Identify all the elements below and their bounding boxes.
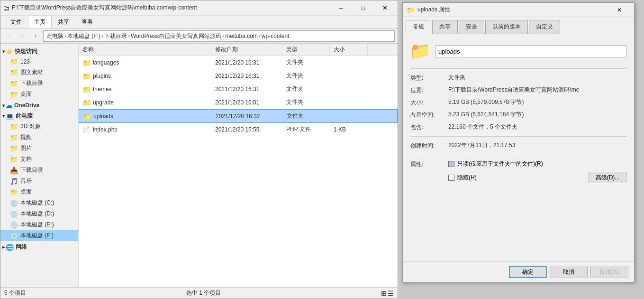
folder-name-input[interactable] — [435, 45, 626, 57]
sidebar-onedrive[interactable]: ▾ ☁ OneDrive — [0, 100, 78, 110]
file-date: 2021/12/20 15:55 — [211, 125, 282, 134]
tab-view[interactable]: 查看 — [75, 16, 99, 28]
sidebar-item-label: 下载目录 — [20, 166, 43, 174]
sidebar-item-desktop2[interactable]: 📁 桌面 — [0, 187, 78, 197]
file-date: 2021/12/20 16:32 — [212, 112, 283, 121]
folder-icon: 📁 — [10, 69, 18, 76]
folder-icon: 📁 — [10, 134, 18, 141]
file-name-cell: 📁 languages — [79, 58, 211, 67]
sidebar-item-video[interactable]: 📁 视频 — [0, 132, 78, 143]
tab-share[interactable]: 共享 — [432, 20, 458, 34]
drive-icon: 💿 — [10, 232, 18, 240]
table-row[interactable]: 📁 languages 2021/12/20 16:31 文件夹 — [79, 56, 398, 69]
folder-icon: 📁 — [10, 188, 18, 196]
sidebar-item-3d[interactable]: 📁 3D 对象 — [0, 121, 78, 132]
sidebar-network[interactable]: ▸ 🌐 网络 — [0, 241, 78, 252]
folder-icon: 📁 — [82, 99, 90, 106]
up-button[interactable]: ↑ — [30, 30, 41, 42]
table-row[interactable]: 📁 uploads 2021/12/20 16:32 文件夹 — [79, 109, 398, 123]
hidden-checkbox[interactable] — [448, 175, 454, 181]
address-path[interactable]: 此电脑 › 本地磁盘 (F:) › 下载目录 › WordPress自适应美女写… — [43, 30, 395, 42]
tab-security[interactable]: 安全 — [459, 20, 484, 34]
sidebar-item-label: 下载目录 — [20, 79, 43, 87]
network-label: 网络 — [16, 243, 27, 251]
table-row[interactable]: 📁 themes 2021/12/20 16:31 文件夹 — [79, 83, 398, 96]
table-row[interactable]: 📄 index.php 2021/12/20 15:55 PHP 文件 1 KB — [79, 123, 398, 136]
file-size — [330, 115, 368, 117]
sidebar-item-images[interactable]: 📁 图文素材 — [0, 67, 78, 78]
address-bar: ← → ↑ 此电脑 › 本地磁盘 (F:) › 下载目录 › WordPress… — [0, 29, 398, 44]
view-grid-icon[interactable]: ⊞ — [381, 290, 387, 297]
readonly-checkbox[interactable] — [448, 161, 454, 167]
selected-count: 选中 1 个项目 — [186, 289, 221, 297]
file-name: themes — [93, 86, 111, 93]
sidebar-item-label: 本地磁盘 (C:) — [20, 199, 54, 207]
tab-file[interactable]: 文件 — [4, 16, 28, 28]
minimize-button[interactable]: ─ — [330, 0, 352, 16]
ok-button[interactable]: 确定 — [509, 266, 547, 278]
col-header-date[interactable]: 修改日期 — [211, 44, 282, 56]
file-name: upgrade — [93, 99, 114, 106]
file-size — [330, 75, 368, 77]
sidebar-item-drive-d[interactable]: 💿 本地磁盘 (D:) — [0, 208, 78, 219]
maximize-button[interactable]: □ — [352, 0, 374, 16]
quick-access-icon: ⭐ — [6, 48, 13, 55]
col-header-name[interactable]: 名称 — [79, 44, 211, 56]
drive-icon: 💿 — [10, 221, 18, 229]
advanced-button[interactable]: 高级(D)... — [589, 172, 626, 183]
sidebar-item-label: 桌面 — [20, 90, 32, 98]
sidebar-item-music[interactable]: 🎵 音乐 — [0, 176, 78, 187]
crumb-wordpress[interactable]: WordPress自适应美女写真网站源码 — [131, 32, 221, 40]
close-button[interactable]: ✕ — [374, 0, 396, 16]
sidebar-quick-access[interactable]: ▾ ⭐ 快速访问 — [0, 46, 78, 56]
tab-custom[interactable]: 自定义 — [529, 20, 560, 34]
sidebar-item-docs[interactable]: 📁 文档 — [0, 154, 78, 165]
file-date: 2021/12/20 16:01 — [211, 98, 282, 107]
sidebar-item-123[interactable]: 📁 123 — [0, 56, 78, 67]
crumb-wpcontent[interactable]: wp-content — [262, 33, 290, 39]
crumb-meituba[interactable]: meituba.com — [225, 33, 258, 39]
back-button[interactable]: ← — [3, 30, 15, 42]
file-type: 文件夹 — [282, 97, 330, 107]
col-header-type[interactable]: 类型 — [282, 44, 330, 56]
dialog-close-button[interactable]: ✕ — [608, 3, 630, 17]
prop-created-row: 创建时间: 2022年7月31日，21:17:53 — [410, 141, 626, 150]
crumb-drive[interactable]: 本地磁盘 (F:) — [67, 32, 100, 40]
crumb-download[interactable]: 下载目录 — [104, 32, 127, 40]
col-header-size[interactable]: 大小 — [330, 44, 368, 56]
sidebar-item-dl2[interactable]: 📥 下载目录 — [0, 165, 78, 176]
view-list-icon[interactable]: ☰ — [388, 290, 394, 297]
tab-home[interactable]: 主页 — [28, 16, 52, 28]
drive-icon: 💿 — [10, 210, 18, 218]
sidebar-item-drive-c[interactable]: 💿 本地磁盘 (C:) — [0, 197, 78, 208]
file-name-cell: 📁 themes — [79, 84, 211, 94]
table-row[interactable]: 📁 upgrade 2021/12/20 16:01 文件夹 — [79, 96, 398, 109]
crumb-thispc[interactable]: 此电脑 — [46, 32, 63, 40]
folder-icon: 📁 — [82, 85, 90, 93]
sidebar-item-pictures[interactable]: 📁 图片 — [0, 143, 78, 154]
file-name: languages — [93, 59, 119, 66]
apply-button[interactable]: 应用(A) — [590, 266, 628, 278]
sidebar-item-drive-f[interactable]: 💿 本地磁盘 (F:) — [0, 230, 78, 241]
tab-general[interactable]: 常规 — [406, 20, 431, 34]
ribbon: 文件 主页 共享 查看 — [0, 16, 398, 29]
file-type: 文件夹 — [283, 111, 330, 121]
table-row[interactable]: 📁 plugins 2021/12/20 16:31 文件夹 — [79, 69, 398, 83]
window-icon: 🗂 — [2, 4, 10, 12]
sidebar-item-desktop[interactable]: 📁 桌面 — [0, 89, 78, 100]
title-bar: 🗂 F:\下载目录\WordPress自适应美女写真网站源码\meituba.c… — [0, 0, 398, 16]
tab-share[interactable]: 共享 — [52, 16, 75, 28]
sidebar-item-label: 本地磁盘 (E:) — [20, 221, 54, 229]
cancel-button[interactable]: 取消 — [550, 266, 588, 278]
sidebar-item-downloads[interactable]: 📁 下载目录 — [0, 78, 78, 89]
prop-size-label: 大小: — [410, 98, 448, 107]
title-bar-path: F:\下载目录\WordPress自适应美女写真网站源码\meituba.com… — [10, 4, 330, 12]
forward-button[interactable]: → — [17, 30, 28, 42]
sidebar-item-drive-e[interactable]: 💿 本地磁盘 (E:) — [0, 219, 78, 230]
tab-previous[interactable]: 以前的版本 — [485, 20, 528, 34]
prop-location-label: 位置: — [410, 86, 448, 94]
prop-type-row: 类型: 文件夹 — [410, 74, 626, 82]
sidebar-thispc[interactable]: ▾ 💻 此电脑 — [0, 110, 78, 121]
folder-icon: 📁 — [82, 59, 90, 66]
divider — [410, 136, 626, 137]
